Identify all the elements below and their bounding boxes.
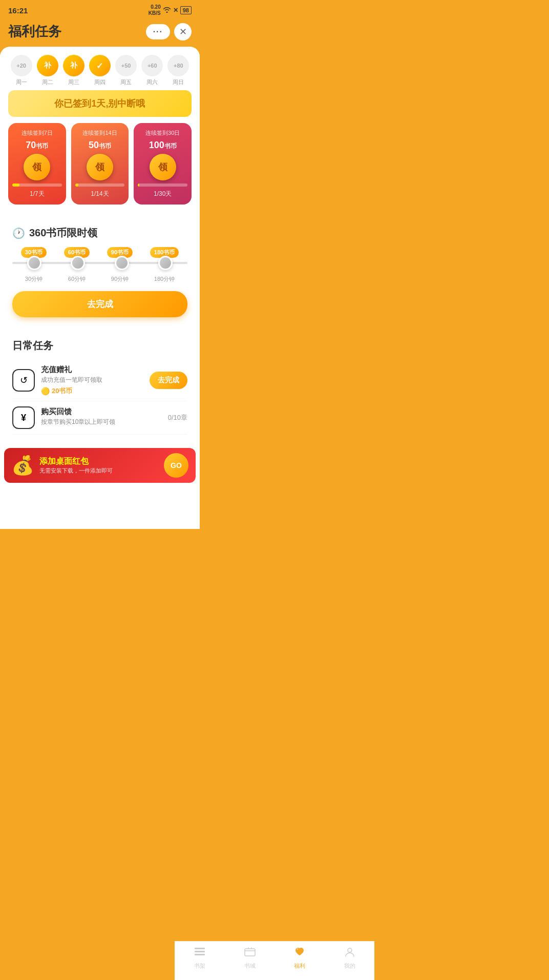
task-reward-recharge: 🟡 20书币: [41, 386, 143, 396]
day-label-4: 周四: [94, 78, 105, 86]
task-info-recharge: 充值赠礼 成功充值一笔即可领取 🟡 20书币: [41, 365, 143, 396]
status-time: 16:21: [8, 6, 28, 15]
timer-time-4: 180分钟: [154, 275, 175, 283]
task-item-recharge: ↺ 充值赠礼 成功充值一笔即可领取 🟡 20书币 去完成: [12, 360, 187, 401]
timer-time-1: 30分钟: [25, 275, 43, 283]
timer-track-container: [12, 262, 187, 264]
day-item-7: +80 周日: [167, 55, 189, 86]
timer-node-1: [27, 256, 41, 270]
consec-days-2: 1/14天: [91, 190, 109, 198]
task-desc-purchase: 按章节购买10章以上即可领: [41, 418, 162, 426]
day-row: +20 周一 补 周二 补 周三 ✓ 周四: [8, 55, 192, 86]
day-coin-6: +60: [141, 55, 163, 76]
day-coin-1: +20: [11, 55, 32, 76]
task-item-purchase: ¥ 购买回馈 按章节购买10章以上即可领 0/10章: [12, 401, 187, 435]
task-info-purchase: 购买回馈 按章节购买10章以上即可领: [41, 407, 162, 428]
banner-ad-go-button[interactable]: GO: [164, 453, 188, 478]
coin-icon-recharge: 🟡: [41, 387, 50, 395]
timer-node-3: [115, 256, 129, 270]
day-item-1: +20 周一: [11, 55, 32, 86]
consecutive-card-30: 连续签到30日 100书币 领 1/30天: [134, 123, 192, 205]
consec-btn-1[interactable]: 领: [24, 154, 50, 180]
daily-title: 日常任务: [12, 339, 187, 353]
day-label-5: 周五: [120, 78, 132, 86]
page-title: 福利任务: [8, 23, 61, 40]
day-coin-5: +50: [115, 55, 137, 76]
day-coin-7: +80: [167, 55, 189, 76]
task-desc-recharge: 成功充值一笔即可领取: [41, 376, 143, 384]
timer-header: 🕐 360书币限时领: [12, 226, 187, 240]
timer-time-3: 90分钟: [111, 275, 129, 283]
timer-clock-icon: 🕐: [12, 227, 25, 239]
recharge-icon: ↺: [12, 369, 35, 392]
day-coin-2: 补: [37, 55, 58, 76]
header-actions: ··· ✕: [146, 23, 192, 40]
signin-section: +20 周一 补 周二 补 周三 ✓ 周四: [0, 47, 200, 213]
day-item-4: ✓ 周四: [89, 55, 111, 86]
consec-progress-bar-2: [75, 183, 125, 187]
timer-time-2: 60分钟: [68, 275, 86, 283]
day-label-7: 周日: [173, 78, 184, 86]
battery-icon: 98: [180, 6, 192, 14]
banner-ad-text: 添加桌面红包 无需安装下载，一件添加即可: [39, 456, 164, 475]
timer-complete-button[interactable]: 去完成: [12, 291, 187, 317]
consec-reward-2: 50书币: [89, 140, 111, 151]
timer-section: 🕐 360书币限时领 30书币 60书币 90书币 180书币 30分钟: [4, 218, 196, 325]
consec-btn-3[interactable]: 领: [150, 154, 176, 180]
consec-days-1: 1/7天: [30, 190, 45, 198]
consec-days-3: 1/30天: [154, 190, 172, 198]
purchase-icon: ¥: [12, 406, 35, 429]
banner-ad: 💰 添加桌面红包 无需安装下载，一件添加即可 GO: [4, 448, 196, 483]
consec-progress-fill-1: [12, 183, 19, 187]
day-label-1: 周一: [16, 78, 27, 86]
status-right: 0.20KB/S ✕ 98: [149, 4, 192, 16]
main-content: +20 周一 补 周二 补 周三 ✓ 周四: [0, 47, 200, 529]
consecutive-row: 连续签到7日 70书币 领 1/7天 连续签到14日 50书币 领: [8, 123, 192, 205]
consec-progress-fill-2: [75, 183, 79, 187]
day-coin-3: 补: [63, 55, 85, 76]
day-label-2: 周二: [42, 78, 53, 86]
banner-ad-image: 💰: [11, 455, 34, 476]
day-label-6: 周六: [146, 78, 158, 86]
consecutive-card-14: 连续签到14日 50书币 领 1/14天: [71, 123, 129, 205]
consec-reward-1: 70书币: [26, 140, 48, 151]
close-button[interactable]: ✕: [174, 23, 192, 40]
timer-node-4: [158, 256, 173, 270]
day-coin-4: ✓: [89, 55, 111, 76]
task-progress-purchase: 0/10章: [168, 413, 187, 422]
daily-section: 日常任务 ↺ 充值赠礼 成功充值一笔即可领取 🟡 20书币 去完成 ¥: [4, 331, 196, 443]
task-reward-text-recharge: 20书币: [52, 386, 72, 396]
status-bar: 16:21 0.20KB/S ✕ 98: [0, 0, 200, 18]
signal-icon: ✕: [173, 7, 178, 14]
consec-reward-3: 100书币: [149, 140, 177, 151]
task-name-purchase: 购买回馈: [41, 407, 162, 417]
consecutive-card-7: 连续签到7日 70书币 领 1/7天: [8, 123, 66, 205]
consec-progress-bar-1: [12, 183, 62, 187]
task-action-recharge[interactable]: 去完成: [150, 372, 187, 389]
day-item-5: +50 周五: [115, 55, 137, 86]
day-item-2[interactable]: 补 周二: [37, 55, 58, 86]
consec-progress-fill-3: [138, 183, 139, 187]
consec-title-3: 连续签到30日: [145, 129, 180, 137]
day-item-3[interactable]: 补 周三: [63, 55, 85, 86]
banner-ad-subtitle: 无需安装下载，一件添加即可: [39, 467, 164, 475]
timer-title: 360书币限时领: [29, 226, 97, 240]
consec-title-1: 连续签到7日: [22, 129, 53, 137]
day-label-3: 周三: [68, 78, 79, 86]
consec-progress-bar-3: [138, 183, 187, 187]
consec-title-2: 连续签到14日: [82, 129, 117, 137]
timer-times: 30分钟 60分钟 90分钟 180分钟: [12, 275, 187, 283]
more-button[interactable]: ···: [146, 24, 170, 39]
consec-btn-2[interactable]: 领: [87, 154, 113, 180]
timer-node-2: [71, 256, 85, 270]
sign-banner: 你已签到1天,别中断哦: [8, 90, 192, 117]
wifi-icon: [163, 7, 171, 14]
timer-nodes: [12, 256, 187, 270]
banner-ad-title: 添加桌面红包: [39, 456, 164, 467]
app-header: 福利任务 ··· ✕: [0, 18, 200, 47]
day-item-6: +60 周六: [141, 55, 163, 86]
network-speed: 0.20KB/S: [149, 4, 161, 16]
task-name-recharge: 充值赠礼: [41, 365, 143, 375]
